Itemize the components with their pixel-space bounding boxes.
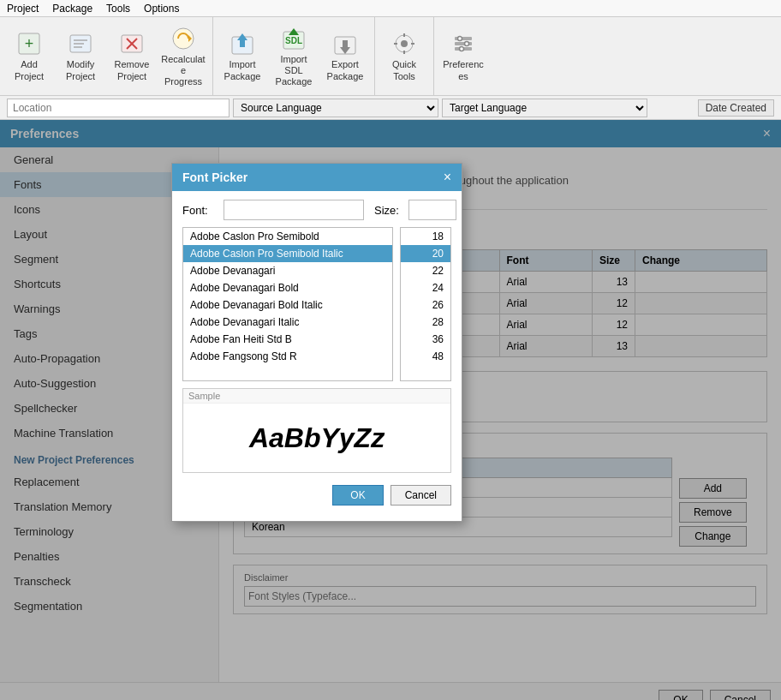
- font-list[interactable]: Adobe Caslon Pro Semibold Adobe Caslon P…: [182, 227, 393, 381]
- size-list-item[interactable]: 28: [401, 314, 450, 331]
- font-list-item[interactable]: Adobe Fan Heiti Std B: [183, 331, 392, 348]
- font-picker-header: Font Picker ×: [172, 164, 462, 191]
- quick-tools-button[interactable]: Quick Tools: [379, 24, 430, 89]
- preferences-label: Preferences: [441, 59, 486, 81]
- font-list-item[interactable]: Adobe Devanagari Bold Italic: [183, 296, 392, 314]
- svg-point-31: [460, 47, 464, 51]
- remove-project-icon: [118, 30, 146, 57]
- menu-project[interactable]: Project: [7, 3, 39, 15]
- source-language-select[interactable]: Source Language: [233, 99, 438, 117]
- svg-point-30: [465, 42, 469, 46]
- menubar: Project Package Tools Options: [0, 0, 781, 17]
- quick-tools-label: Quick Tools: [382, 59, 426, 81]
- font-list-item[interactable]: Adobe Caslon Pro Semibold: [183, 228, 392, 245]
- date-created-button[interactable]: Date Created: [698, 99, 774, 117]
- add-project-label: Add Project: [7, 59, 51, 81]
- locationbar: Source Language Target Language Date Cre…: [0, 96, 781, 120]
- modify-project-button[interactable]: Modify Project: [55, 24, 106, 89]
- size-list-item[interactable]: 24: [401, 279, 450, 296]
- font-picker-footer: OK Cancel: [182, 482, 451, 512]
- font-list-item[interactable]: Adobe Devanagari Italic: [183, 314, 392, 331]
- remove-project-label: Remove Project: [110, 59, 154, 81]
- export-package-label: Export Package: [323, 59, 367, 81]
- preferences-icon: [450, 30, 477, 57]
- import-package-label: Import Package: [220, 59, 265, 81]
- svg-point-29: [458, 37, 462, 41]
- quick-tools-icon: [390, 30, 418, 57]
- size-label: Size:: [374, 204, 398, 217]
- add-project-icon: +: [15, 30, 43, 57]
- size-list-item-selected[interactable]: 20: [401, 245, 450, 262]
- add-project-button[interactable]: + Add Project: [3, 24, 55, 89]
- font-picker-title: Font Picker: [182, 171, 247, 184]
- font-name-input[interactable]: [224, 200, 364, 220]
- import-package-button[interactable]: Import Package: [217, 24, 268, 89]
- size-list[interactable]: 18 20 22 24 26 28 36 48: [400, 227, 451, 381]
- preferences-button[interactable]: Preferences: [438, 24, 489, 89]
- font-picker-dialog: Font Picker × Font: Size: 20 Adobe Caslo…: [171, 163, 462, 522]
- recalculate-progress-button[interactable]: Recalculate Progress: [158, 24, 209, 89]
- main-area: Preferences × General Fonts Icons Layout…: [0, 120, 781, 700]
- size-list-item[interactable]: 22: [401, 262, 450, 279]
- font-picker-body: Font: Size: 20 Adobe Caslon Pro Semibold…: [172, 191, 462, 521]
- menu-tools[interactable]: Tools: [106, 3, 130, 15]
- font-picker-close-button[interactable]: ×: [444, 170, 451, 185]
- svg-text:+: +: [25, 35, 34, 52]
- target-language-select[interactable]: Target Language: [442, 99, 647, 117]
- menu-options[interactable]: Options: [144, 3, 179, 15]
- import-package-icon: [229, 30, 256, 57]
- size-list-item[interactable]: 18: [401, 228, 450, 245]
- recalculate-progress-icon: [170, 25, 197, 52]
- size-list-item[interactable]: 48: [401, 348, 450, 365]
- import-sdl-package-label: Import SDL Package: [271, 54, 316, 88]
- svg-rect-13: [240, 40, 245, 47]
- import-sdl-package-icon: SDL: [280, 25, 307, 52]
- font-picker-sample: Sample AaBbYyZz: [182, 388, 451, 473]
- modify-project-label: Modify Project: [58, 59, 103, 81]
- toolbar: + Add Project Modify Project Remove Proj…: [0, 17, 781, 96]
- modify-project-icon: [67, 30, 94, 57]
- size-list-item[interactable]: 26: [401, 296, 450, 314]
- font-picker-ok-button[interactable]: OK: [332, 485, 383, 506]
- font-size-input[interactable]: 20: [408, 200, 456, 220]
- size-list-item[interactable]: 36: [401, 331, 450, 348]
- font-label: Font:: [182, 204, 213, 217]
- recalculate-progress-label: Recalculate Progress: [161, 54, 206, 88]
- svg-rect-19: [343, 40, 348, 47]
- remove-project-button[interactable]: Remove Project: [106, 24, 158, 89]
- export-package-button[interactable]: Export Package: [319, 24, 371, 89]
- svg-point-21: [401, 40, 408, 47]
- font-list-item[interactable]: Adobe Devanagari Bold: [183, 279, 392, 296]
- font-list-item[interactable]: Adobe Fangsong Std R: [183, 348, 392, 365]
- font-list-item-selected[interactable]: Adobe Caslon Pro Semibold Italic: [183, 245, 392, 262]
- font-picker-cancel-button[interactable]: Cancel: [390, 485, 451, 506]
- svg-text:SDL: SDL: [285, 36, 302, 45]
- font-list-item[interactable]: Adobe Devanagari: [183, 262, 392, 279]
- import-sdl-package-button[interactable]: SDL Import SDL Package: [268, 24, 319, 89]
- sample-text: AaBbYyZz: [183, 404, 450, 472]
- menu-package[interactable]: Package: [52, 3, 92, 15]
- export-package-icon: [331, 30, 359, 57]
- font-picker-input-row: Font: Size: 20: [182, 200, 451, 220]
- sample-label: Sample: [183, 389, 450, 404]
- location-input[interactable]: [7, 99, 230, 117]
- font-picker-lists: Adobe Caslon Pro Semibold Adobe Caslon P…: [182, 227, 451, 381]
